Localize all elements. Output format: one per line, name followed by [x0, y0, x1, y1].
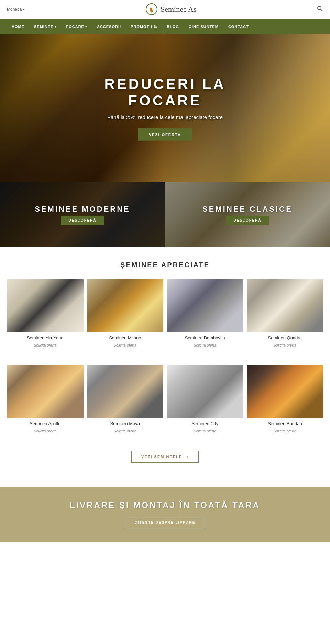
- product-name: Semineu Dambovita: [167, 335, 243, 340]
- logo-flame-icon: [145, 3, 158, 15]
- product-offer-link[interactable]: Solicită ofertă: [273, 343, 296, 347]
- nav-home[interactable]: HOME: [7, 19, 29, 34]
- hero-cta-button[interactable]: VEZI OFERTA: [138, 128, 192, 140]
- panel-modern-title: SEMINEE MODERNE: [35, 205, 130, 210]
- product-offer-link[interactable]: Solicită ofertă: [194, 429, 217, 433]
- product-item: Semineu Maya Solicită ofertă: [87, 365, 164, 434]
- product-image-yinyang[interactable]: [7, 279, 84, 332]
- search-button[interactable]: [317, 5, 323, 13]
- hero-title: REDUCERI LA FOCARE: [82, 76, 248, 109]
- product-item: Semineu Bogdan Solicită ofertă: [247, 365, 323, 434]
- product-item: Semineu City Solicită ofertă: [167, 365, 243, 434]
- see-more-button[interactable]: VEZI SEMINEELE ›: [131, 451, 199, 463]
- product-image-milano[interactable]: [87, 279, 164, 332]
- see-more-container: VEZI SEMINEELE ›: [7, 451, 323, 463]
- product-offer-link[interactable]: Solicită ofertă: [273, 429, 296, 433]
- delivery-button[interactable]: CITEȘTE DESPRE LIVRARE: [125, 517, 206, 528]
- product-image-quadra[interactable]: [247, 279, 323, 332]
- currency-chevron-icon: ▾: [23, 8, 25, 11]
- main-nav: HOME SEMINEE ▾ FOCARE ▾ ACCESORII PROMOT…: [0, 19, 330, 34]
- product-item: Semineu Dambovita Solicită ofertă: [167, 279, 243, 348]
- product-image-maya[interactable]: [87, 365, 164, 418]
- featured-section: ȘEMINEE APRECIATE Semineu Yin-Yang Solic…: [0, 247, 330, 487]
- product-offer-link[interactable]: Solicită ofertă: [34, 429, 57, 433]
- search-icon: [317, 5, 323, 12]
- product-name: Semineu Quadra: [247, 335, 323, 340]
- hero-subtitle: Până la 25% reducere la cele mai aprecia…: [103, 114, 227, 122]
- products-grid-bottom: Semineu Apollo Solicită ofertă Semineu M…: [7, 365, 323, 441]
- product-image-city[interactable]: [167, 365, 243, 418]
- product-offer-link[interactable]: Solicită ofertă: [113, 429, 136, 433]
- currency-selector[interactable]: Moneda ▾: [7, 7, 25, 12]
- site-logo[interactable]: Șeminee As: [145, 3, 197, 15]
- hero-banner: REDUCERI LA FOCARE Până la 25% reducere …: [0, 34, 330, 182]
- product-item: Semineu Milano Solicită ofertă: [87, 279, 164, 348]
- svg-line-2: [321, 9, 322, 11]
- currency-label: Moneda: [7, 7, 22, 12]
- product-image-apollo[interactable]: [7, 365, 84, 418]
- product-item: Semineu Apollo Solicită ofertă: [7, 365, 84, 434]
- nav-contact[interactable]: CONTACT: [223, 19, 254, 34]
- product-item: Semineu Quadra Solicită ofertă: [247, 279, 323, 348]
- featured-section-title: ȘEMINEE APRECIATE: [7, 261, 323, 269]
- arrow-icon: ›: [187, 455, 189, 459]
- product-image-dambovita[interactable]: [167, 279, 243, 332]
- product-offer-link[interactable]: Solicită ofertă: [113, 343, 136, 347]
- site-name: Șeminee As: [161, 5, 197, 14]
- product-offer-link[interactable]: Solicită ofertă: [194, 343, 217, 347]
- nav-focare[interactable]: FOCARE ▾: [62, 19, 92, 34]
- product-name: Semineu Bogdan: [247, 421, 323, 426]
- products-grid-top: Semineu Yin-Yang Solicită ofertă Semineu…: [7, 279, 323, 355]
- nav-cine-suntem[interactable]: CINE SUNTEM: [184, 19, 223, 34]
- product-item: Semineu Yin-Yang Solicită ofertă: [7, 279, 84, 348]
- panel-classic-overlay: SEMINEE CLASICE DESCOPERĂ: [165, 182, 330, 247]
- nav-blog[interactable]: BLOG: [162, 19, 184, 34]
- nav-arrow-icon: ▾: [85, 25, 87, 29]
- nav-seminee[interactable]: SEMINEE ▾: [29, 19, 62, 34]
- product-name: Semineu Milano: [87, 335, 164, 340]
- svg-point-1: [318, 6, 321, 10]
- panel-modern-overlay: SEMINEE MODERNE DESCOPERĂ: [0, 182, 165, 247]
- panel-classic-button[interactable]: DESCOPERĂ: [226, 216, 269, 225]
- product-name: Semineu City: [167, 421, 243, 426]
- nav-accesorii[interactable]: ACCESORII: [92, 19, 126, 34]
- product-name: Semineu Apollo: [7, 421, 84, 426]
- category-panels: SEMINEE MODERNE DESCOPERĂ SEMINEE CLASIC…: [0, 182, 330, 247]
- delivery-banner: LIVRARE ȘI MONTAJ ÎN TOATĂ TARA CITEȘTE …: [0, 487, 330, 542]
- product-name: Semineu Yin-Yang: [7, 335, 84, 340]
- hero-content: REDUCERI LA FOCARE Până la 25% reducere …: [82, 76, 248, 141]
- nav-promotii[interactable]: PROMOTII %: [126, 19, 162, 34]
- product-name: Semineu Maya: [87, 421, 164, 426]
- panel-modern[interactable]: SEMINEE MODERNE DESCOPERĂ: [0, 182, 165, 247]
- product-offer-link[interactable]: Solicită ofertă: [34, 343, 57, 347]
- top-bar: Moneda ▾ Șeminee As: [0, 0, 330, 19]
- panel-classic-title: SEMINEE CLASICE: [202, 205, 293, 210]
- nav-arrow-icon: ▾: [55, 25, 57, 29]
- product-image-bogdan[interactable]: [247, 365, 323, 418]
- panel-modern-button[interactable]: DESCOPERĂ: [61, 216, 104, 225]
- panel-classic[interactable]: SEMINEE CLASICE DESCOPERĂ: [165, 182, 330, 247]
- delivery-title: LIVRARE ȘI MONTAJ ÎN TOATĂ TARA: [7, 500, 323, 510]
